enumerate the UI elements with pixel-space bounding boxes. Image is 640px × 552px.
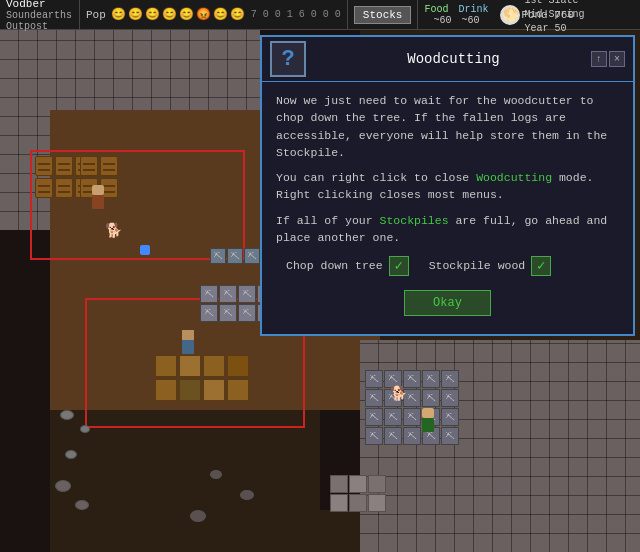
check-item-2: Stockpile wood ✓ bbox=[429, 256, 552, 276]
face-1: 😊 bbox=[111, 7, 126, 22]
stocks-button[interactable]: Stocks bbox=[354, 6, 412, 24]
wall-dark-3 bbox=[0, 410, 50, 552]
rock-6 bbox=[210, 470, 222, 479]
rock-1 bbox=[60, 410, 74, 420]
dialog-header: ? Woodcutting ↑ × bbox=[262, 37, 633, 82]
check2-box: ✓ bbox=[531, 256, 551, 276]
barrel-1 bbox=[35, 156, 53, 176]
population-section: Pop 😊 😊 😊 😊 😊 😡 😊 😊 7 0 0 1 6 0 0 0 bbox=[80, 0, 348, 29]
food-label: Food bbox=[424, 4, 448, 15]
barrel-7 bbox=[80, 156, 98, 176]
px-a3: ⛏ bbox=[238, 285, 256, 303]
px-13: ⛏ bbox=[403, 408, 421, 426]
px-a7: ⛏ bbox=[238, 304, 256, 322]
px-a2: ⛏ bbox=[219, 285, 237, 303]
top-pickaxe-row: ⛏ ⛏ ⛏ bbox=[210, 248, 260, 264]
step-6 bbox=[368, 494, 386, 512]
dialog-para-1: Now we just need to wait for the woodcut… bbox=[276, 92, 619, 161]
tpx-1: ⛏ bbox=[210, 248, 226, 264]
pop-numbers: 7 0 0 1 6 0 0 0 bbox=[251, 9, 341, 20]
pop-label: Pop bbox=[86, 9, 106, 21]
tpx-2: ⛏ bbox=[227, 248, 243, 264]
barrel-8 bbox=[100, 156, 118, 176]
craft-obj-8 bbox=[227, 379, 249, 401]
dialog-box: ? Woodcutting ↑ × Now we just need to wa… bbox=[260, 35, 635, 336]
step-3 bbox=[368, 475, 386, 493]
woodcutting-link: Woodcutting bbox=[476, 171, 552, 184]
wall-dark-2 bbox=[0, 230, 50, 430]
char-right-head bbox=[422, 408, 434, 418]
rock-3 bbox=[65, 450, 77, 459]
face-7: 😊 bbox=[213, 7, 228, 22]
face-8: 😊 bbox=[230, 7, 245, 22]
px-a1: ⛏ bbox=[200, 285, 218, 303]
px-4: ⛏ bbox=[422, 370, 440, 388]
settlement-info: Vodber Soundearths Outpost bbox=[0, 0, 80, 29]
char-tl bbox=[90, 185, 106, 209]
check1-label: Chop down tree bbox=[286, 257, 383, 274]
px-10: ⛏ bbox=[441, 389, 459, 407]
craft-obj-4 bbox=[227, 355, 249, 377]
check2-label: Stockpile wood bbox=[429, 257, 526, 274]
px-a5: ⛏ bbox=[200, 304, 218, 322]
okay-button[interactable]: Okay bbox=[404, 290, 491, 316]
dialog-scroll-btn[interactable]: ↑ bbox=[591, 51, 607, 67]
px-9: ⛏ bbox=[422, 389, 440, 407]
stockpiles-link: Stockpiles bbox=[380, 214, 449, 227]
px-a6: ⛏ bbox=[219, 304, 237, 322]
food-drink-section: Food Drink ~60 ~60 bbox=[418, 4, 494, 26]
px-17: ⛏ bbox=[384, 427, 402, 445]
face-5: 😊 bbox=[179, 7, 194, 22]
px-18: ⛏ bbox=[403, 427, 421, 445]
drink-value: ~60 bbox=[461, 15, 479, 26]
character-3 bbox=[180, 330, 196, 354]
step-5 bbox=[349, 494, 367, 512]
barrel-4 bbox=[35, 178, 53, 198]
char3-body bbox=[182, 340, 194, 354]
rock-5 bbox=[75, 500, 89, 510]
barrel-2 bbox=[55, 156, 73, 176]
rock-2 bbox=[80, 425, 90, 433]
food-value: ~60 bbox=[433, 15, 451, 26]
step-1 bbox=[330, 475, 348, 493]
dialog-controls[interactable]: ↑ × bbox=[591, 51, 625, 67]
dialog-close-btn[interactable]: × bbox=[609, 51, 625, 67]
top-bar: Vodber Soundearths Outpost Pop 😊 😊 😊 😊 😊… bbox=[0, 0, 640, 30]
face-3: 😊 bbox=[145, 7, 160, 22]
char-tl-body bbox=[92, 195, 104, 209]
check-item-1: Chop down tree ✓ bbox=[286, 256, 409, 276]
checklist: Chop down tree ✓ Stockpile wood ✓ bbox=[286, 256, 619, 276]
face-6: 😡 bbox=[196, 7, 211, 22]
craft-objects bbox=[155, 355, 249, 401]
pickaxe-grid-1: ⛏ ⛏ ⛏ ⛏ ⛏ ⛏ ⛏ ⛏ ⛏ ⛏ ⛏ ⛏ ⛏ ⛏ ⛏ ⛏ ⛏ ⛏ ⛏ ⛏ bbox=[365, 370, 459, 445]
dialog-para-3: If all of your Stockpiles are full, go a… bbox=[276, 212, 619, 247]
face-2: 😊 bbox=[128, 7, 143, 22]
craft-obj-2 bbox=[179, 355, 201, 377]
gem-item bbox=[140, 245, 150, 255]
char-right-body bbox=[422, 418, 434, 432]
rock-7 bbox=[240, 490, 254, 500]
char-right bbox=[420, 408, 436, 432]
px-5: ⛏ bbox=[441, 370, 459, 388]
char3-head bbox=[182, 330, 194, 340]
px-11: ⛏ bbox=[365, 408, 383, 426]
dialog-icon: ? bbox=[270, 41, 306, 77]
check1-box: ✓ bbox=[389, 256, 409, 276]
craft-obj-5 bbox=[155, 379, 177, 401]
rock-8 bbox=[190, 510, 206, 522]
step-tiles bbox=[330, 475, 386, 512]
fond-display: Fond 760 bbox=[515, 0, 580, 30]
px-12: ⛏ bbox=[384, 408, 402, 426]
stocks-section[interactable]: Stocks bbox=[348, 0, 419, 29]
settlement-sub2: Outpost bbox=[6, 21, 48, 32]
dialog-para-2: You can right click to close Woodcutting… bbox=[276, 169, 619, 204]
craft-obj-7 bbox=[203, 379, 225, 401]
dialog-p2-pre: You can right click to close bbox=[276, 171, 476, 184]
rock-4 bbox=[55, 480, 71, 492]
dialog-p3-pre: If all of your bbox=[276, 214, 380, 227]
settlement-name: Vodber bbox=[6, 0, 46, 10]
step-2 bbox=[349, 475, 367, 493]
barrel-5 bbox=[55, 178, 73, 198]
craft-obj-1 bbox=[155, 355, 177, 377]
barrel-row-3 bbox=[80, 156, 118, 176]
